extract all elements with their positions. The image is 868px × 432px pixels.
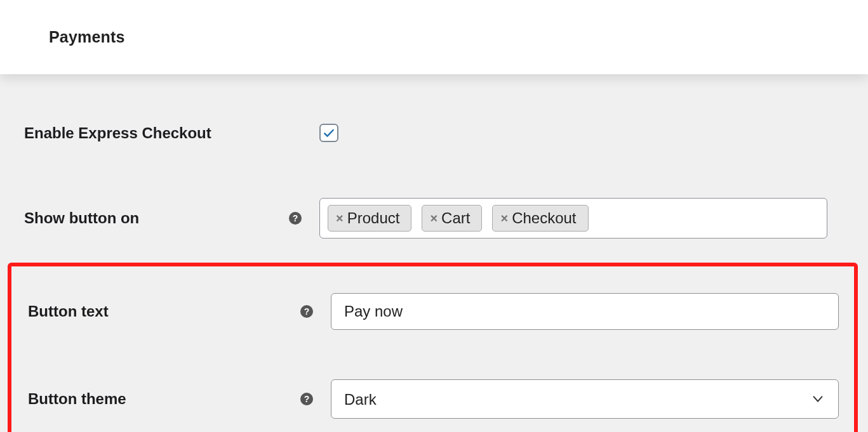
- button-theme-select[interactable]: Dark: [331, 379, 839, 419]
- page-title: Payments: [49, 28, 125, 46]
- label-button-theme: Button theme: [28, 390, 300, 408]
- row-enable-express-checkout: Enable Express Checkout: [0, 111, 868, 155]
- help-icon[interactable]: [300, 393, 313, 405]
- show-button-on-tags-field[interactable]: Product Cart Checkout: [319, 198, 827, 239]
- row-button-theme: Button theme Dark: [11, 367, 854, 431]
- remove-tag-icon[interactable]: [430, 212, 437, 225]
- remove-tag-icon[interactable]: [336, 212, 344, 225]
- help-icon[interactable]: [300, 305, 313, 318]
- label-button-text: Button text: [28, 303, 300, 320]
- label-show-button-on: Show button on: [24, 209, 289, 227]
- tag-cart: Cart: [422, 205, 482, 232]
- highlighted-settings-group: Button text Button theme Dark: [8, 263, 858, 432]
- tag-checkout: Checkout: [492, 205, 588, 232]
- tag-product: Product: [328, 205, 411, 232]
- row-show-button-on: Show button on Product Cart Checkout: [0, 185, 868, 251]
- check-icon: [323, 127, 335, 140]
- page-header: Payments: [0, 0, 868, 74]
- tag-label: Cart: [441, 209, 470, 227]
- tag-label: Product: [347, 209, 400, 227]
- row-button-text: Button text: [11, 280, 854, 343]
- label-enable-express-checkout: Enable Express Checkout: [24, 124, 319, 142]
- button-text-input[interactable]: [331, 293, 839, 330]
- button-theme-select-wrap: Dark: [331, 379, 839, 419]
- enable-express-checkout-checkbox[interactable]: [319, 124, 338, 142]
- tag-label: Checkout: [512, 209, 576, 227]
- remove-tag-icon[interactable]: [500, 212, 508, 225]
- help-icon[interactable]: [289, 212, 302, 225]
- settings-panel: Enable Express Checkout Show button on P…: [0, 74, 868, 432]
